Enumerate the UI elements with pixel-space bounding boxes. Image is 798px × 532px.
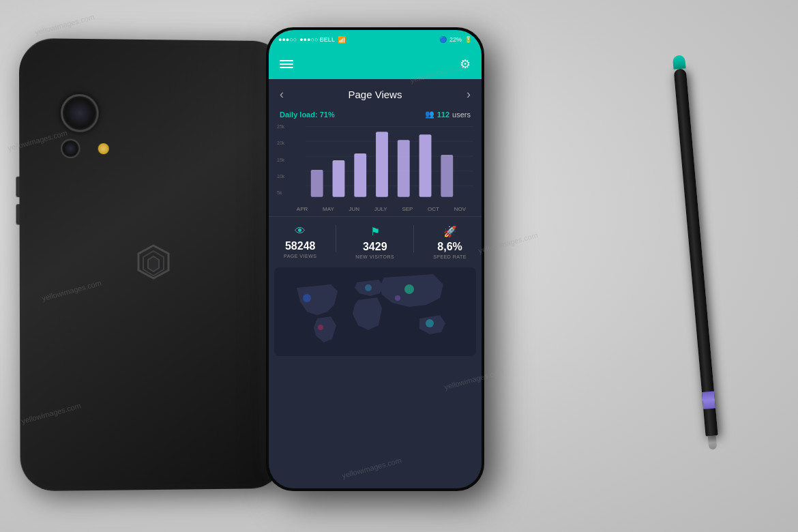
battery-icon: 🔋 <box>464 36 472 43</box>
daily-load-label: Daily load: <box>280 110 318 119</box>
y-label-10k: 10k <box>277 174 284 179</box>
stats-row: Daily load: 71% 👥 112 users <box>269 107 482 124</box>
signal-dots: ●●●○○ <box>278 36 297 43</box>
map-dot-au <box>426 319 434 327</box>
users-count: 112 <box>437 110 449 119</box>
carrier-label: ●●●○○ BELL <box>299 36 335 43</box>
bluetooth-icon: 🔵 <box>439 36 447 43</box>
pageviews-value: 58248 <box>285 240 316 252</box>
month-sep: SEP <box>402 206 413 212</box>
bar-july <box>376 132 388 196</box>
metric-divider-2 <box>413 225 414 252</box>
metrics-row: 👁 58248 PAGE VIEWS ⚑ 3429 NEW VISITORS 🚀… <box>269 216 482 265</box>
users-label: users <box>452 110 471 119</box>
pageviews-icon: 👁 <box>295 225 306 237</box>
bar-nov <box>441 155 453 197</box>
stylus-accent-stripe <box>702 391 715 409</box>
wifi-icon: 📶 <box>338 36 346 44</box>
map-dot-asia <box>404 284 414 294</box>
map-dot-na <box>303 294 311 302</box>
app-header: ⚙ <box>269 49 482 79</box>
bar-jun <box>354 153 366 197</box>
nav-prev-button[interactable]: ‹ <box>280 87 284 102</box>
world-map <box>274 267 476 356</box>
chart-months: APR MAY JUN JULY SEP OCT NOV <box>269 206 482 212</box>
stylus-tip <box>708 435 718 449</box>
daily-load-value: 71% <box>320 110 335 119</box>
visitors-value: 3429 <box>363 241 387 253</box>
phone-front: ●●●○○ ●●●○○ BELL 📶 🔵 22% 🔋 ⚙ ‹ <box>266 27 484 491</box>
hamburger-line-3 <box>280 67 293 68</box>
metric-divider-1 <box>336 225 336 252</box>
daily-load: Daily load: 71% <box>280 110 335 119</box>
month-jun: JUN <box>349 206 359 212</box>
stylus-top-cap <box>673 55 686 69</box>
status-bar: ●●●○○ ●●●○○ BELL 📶 🔵 22% 🔋 <box>269 30 482 49</box>
nav-next-button[interactable]: › <box>467 87 471 102</box>
bar-chart <box>277 124 473 203</box>
camera-flash <box>98 143 109 154</box>
hamburger-line-1 <box>280 60 293 61</box>
world-map-svg <box>274 267 476 356</box>
camera-module <box>61 94 109 158</box>
phone-screen: ●●●○○ ●●●○○ BELL 📶 🔵 22% 🔋 ⚙ ‹ <box>269 30 482 488</box>
camera-lens-main <box>61 94 99 132</box>
metric-speed: 🚀 8,6% SPEED RATE <box>433 225 467 259</box>
speed-label: SPEED RATE <box>433 254 467 259</box>
month-nov: NOV <box>454 206 466 212</box>
y-label-5k: 5k <box>277 190 284 195</box>
phone-back <box>19 38 286 491</box>
volume-button-up <box>16 177 19 197</box>
status-right: 🔵 22% 🔋 <box>439 36 472 43</box>
map-dot-asia2 <box>395 295 400 301</box>
menu-button[interactable] <box>280 60 293 68</box>
chart-y-labels: 25k 20k 15k 10k 5k <box>277 124 284 195</box>
bar-apr <box>311 170 323 197</box>
nav-row: ‹ Page Views › <box>269 79 482 107</box>
visitors-label: NEW VISITORS <box>355 254 394 259</box>
camera-lens-secondary <box>61 139 80 158</box>
brand-logo <box>126 239 181 293</box>
y-label-15k: 15k <box>277 158 284 162</box>
month-apr: APR <box>297 206 308 212</box>
chart-container: 25k 20k 15k 10k 5k <box>269 124 482 206</box>
status-left: ●●●○○ ●●●○○ BELL 📶 <box>278 36 346 44</box>
users-badge: 👥 112 users <box>425 110 471 119</box>
month-may: MAY <box>323 206 334 212</box>
speed-icon: 🚀 <box>443 225 457 238</box>
settings-button[interactable]: ⚙ <box>460 57 471 72</box>
metric-visitors: ⚑ 3429 NEW VISITORS <box>355 225 394 259</box>
month-oct: OCT <box>428 206 439 212</box>
hamburger-line-2 <box>280 63 293 65</box>
bar-may <box>333 160 345 197</box>
bar-oct <box>419 134 432 196</box>
map-dot-eu <box>365 284 372 291</box>
battery-level: 22% <box>449 36 462 43</box>
y-label-20k: 20k <box>277 141 284 145</box>
month-july: JULY <box>374 206 387 212</box>
visitors-icon: ⚑ <box>370 225 380 238</box>
bar-sep <box>398 140 410 196</box>
pageviews-label: PAGE VIEWS <box>284 254 316 258</box>
y-label-25k: 25k <box>277 124 284 129</box>
page-content: ‹ Page Views › Daily load: 71% 👥 112 use… <box>269 79 482 488</box>
users-icon: 👥 <box>425 110 434 119</box>
map-dot-sa <box>318 325 323 330</box>
volume-button-down <box>16 204 19 224</box>
page-title: Page Views <box>349 89 402 100</box>
metric-pageviews: 👁 58248 PAGE VIEWS <box>284 225 316 259</box>
speed-value: 8,6% <box>437 241 462 253</box>
